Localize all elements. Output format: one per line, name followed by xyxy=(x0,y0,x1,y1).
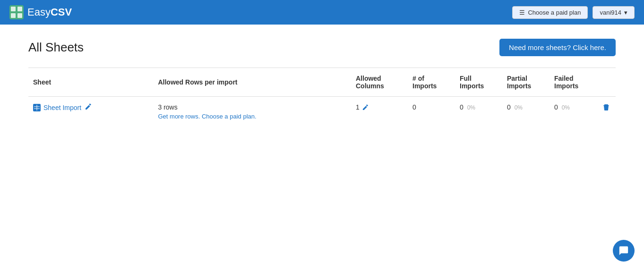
allowed-cols-value: 1 xyxy=(356,103,360,111)
col-header-allowed-rows: Allowed Rows per import xyxy=(153,68,351,97)
logo-area: EasyCSV xyxy=(9,5,72,19)
svg-rect-1 xyxy=(11,7,16,11)
logo-text: EasyCSV xyxy=(27,6,72,18)
svg-rect-2 xyxy=(17,7,22,11)
sheet-name-link[interactable]: Sheet Import xyxy=(43,104,81,111)
svg-rect-3 xyxy=(11,13,16,18)
paid-plan-button[interactable]: ☰ Choose a paid plan xyxy=(512,6,588,19)
paid-plan-icon: ☰ xyxy=(519,9,525,16)
table-row: Sheet Import 3 rows Get more rows. Choos… xyxy=(28,97,616,127)
main-content: All Sheets Need more sheets? Click here.… xyxy=(0,25,644,141)
get-more-rows-link[interactable]: Get more rows. Choose a paid plan. xyxy=(158,113,346,120)
sheets-table: Sheet Allowed Rows per import Allowed Co… xyxy=(28,68,616,127)
allowed-rows-value: 3 rows xyxy=(158,103,177,111)
partial-imports-cell: 0 0% xyxy=(502,97,550,127)
allowed-rows-cell: 3 rows Get more rows. Choose a paid plan… xyxy=(153,97,351,127)
full-imports-pct: 0% xyxy=(467,104,475,111)
failed-imports-cell: 0 0% xyxy=(550,97,597,127)
chevron-down-icon: ▾ xyxy=(624,9,627,16)
page-header: All Sheets Need more sheets? Click here. xyxy=(28,39,616,56)
partial-imports-pct: 0% xyxy=(515,104,523,111)
logo-icon xyxy=(9,5,24,19)
sheets-table-wrap: Sheet Allowed Rows per import Allowed Co… xyxy=(28,68,616,127)
delete-cell xyxy=(597,97,616,127)
allowed-cols-cell: 1 xyxy=(351,97,408,127)
user-label: vani914 xyxy=(600,9,621,16)
col-header-full-imports: Full Imports xyxy=(455,68,502,97)
col-header-allowed-cols: Allowed Columns xyxy=(351,68,408,97)
partial-imports-value: 0 xyxy=(507,103,511,111)
page-title: All Sheets xyxy=(28,40,84,55)
col-header-partial-imports: Partial Imports xyxy=(502,68,550,97)
failed-imports-value: 0 xyxy=(554,103,558,111)
svg-rect-4 xyxy=(17,13,22,18)
failed-imports-pct: 0% xyxy=(562,104,570,111)
table-header: Sheet Allowed Rows per import Allowed Co… xyxy=(28,68,616,97)
paid-plan-label: Choose a paid plan xyxy=(528,9,581,16)
sheet-grid-icon xyxy=(33,104,41,111)
num-imports-cell: 0 xyxy=(408,97,455,127)
edit-cols-icon[interactable] xyxy=(362,104,369,110)
col-header-num-imports: # of Imports xyxy=(408,68,455,97)
header: EasyCSV ☰ Choose a paid plan vani914 ▾ xyxy=(0,0,644,25)
sheet-cell: Sheet Import xyxy=(28,97,153,127)
full-imports-cell: 0 0% xyxy=(455,97,502,127)
num-imports-value: 0 xyxy=(412,103,416,111)
user-menu-button[interactable]: vani914 ▾ xyxy=(592,6,635,19)
table-body: Sheet Import 3 rows Get more rows. Choos… xyxy=(28,97,616,127)
col-header-failed-imports: Failed Imports xyxy=(550,68,597,97)
edit-sheet-icon[interactable] xyxy=(85,103,92,111)
full-imports-value: 0 xyxy=(460,103,464,111)
col-header-delete xyxy=(597,68,616,97)
more-sheets-button[interactable]: Need more sheets? Click here. xyxy=(499,39,616,56)
header-right: ☰ Choose a paid plan vani914 ▾ xyxy=(512,6,635,19)
delete-sheet-icon[interactable] xyxy=(602,104,610,112)
col-header-sheet: Sheet xyxy=(28,68,153,97)
